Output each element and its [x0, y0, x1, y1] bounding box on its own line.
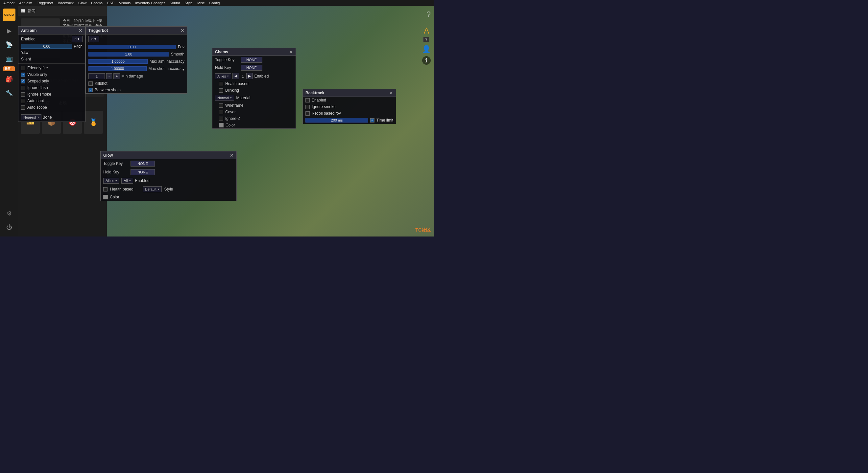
max-shot-label: Max shot inaccuracy — [149, 66, 184, 71]
auto-shot-checkbox[interactable] — [21, 99, 25, 103]
glow-toggle-key-btn[interactable]: NONE — [130, 161, 155, 167]
backtrack-recoil-fov-row[interactable]: Recoil based fov — [303, 110, 396, 116]
chams-blinking-row[interactable]: Blinking — [212, 87, 296, 94]
chams-cover-row[interactable]: Cover — [212, 109, 296, 115]
chams-blinking-checkbox[interactable] — [219, 88, 223, 93]
chams-hold-key-label: Hold Key — [215, 65, 238, 70]
glow-hold-key-btn[interactable]: NONE — [130, 169, 155, 175]
visible-only-checkbox[interactable] — [21, 73, 25, 77]
chams-wireframe-checkbox[interactable] — [219, 103, 223, 108]
menu-glow[interactable]: Glow — [76, 1, 88, 5]
antiaim-enabled-dropdown[interactable]: d ▾ — [72, 36, 83, 42]
backtrack-recoil-fov-checkbox[interactable] — [305, 111, 310, 115]
backtrack-enabled-checkbox[interactable] — [305, 98, 310, 102]
scoped-only-checkbox[interactable] — [21, 79, 25, 83]
menu-visuals[interactable]: Visuals — [117, 1, 132, 5]
visible-only-row[interactable]: Visible only — [19, 71, 85, 78]
scoped-only-row[interactable]: Scoped only — [19, 78, 85, 85]
auto-shot-row[interactable]: Auto shot — [19, 98, 85, 104]
glow-color-row[interactable]: Color — [101, 194, 237, 201]
smooth-row: 1.00 Smooth — [86, 50, 187, 58]
between-shots-checkbox[interactable] — [88, 88, 93, 92]
menu-triggerbot[interactable]: Triggerbot — [35, 1, 55, 5]
sidebar-workshop-icon[interactable]: 🔧 — [3, 87, 15, 99]
ignore-smoke-row[interactable]: Ignore smoke — [19, 91, 85, 98]
menu-misc[interactable]: Misc — [195, 1, 207, 5]
auto-scope-row[interactable]: Auto scope — [19, 104, 85, 111]
glow-default-dropdown[interactable]: Default ▾ — [143, 186, 162, 192]
chams-close[interactable]: ✕ — [289, 49, 293, 54]
menu-config[interactable]: Config — [208, 1, 222, 5]
chams-wireframe-row[interactable]: Wireframe — [212, 102, 296, 109]
chams-health-based-row[interactable]: Health based — [212, 80, 296, 87]
min-damage-minus[interactable]: - — [106, 73, 112, 79]
backtrack-close[interactable]: ✕ — [389, 91, 393, 95]
triggerbot-enabled-dropdown[interactable]: d ▾ — [88, 36, 99, 42]
killshot-row[interactable]: Killshot — [86, 80, 187, 87]
sidebar-inventory-icon[interactable]: 🎒 — [3, 73, 15, 85]
menu-inventory-changer[interactable]: Inventory Changer — [133, 1, 167, 5]
max-aim-slider[interactable]: 1.00000 — [88, 59, 148, 64]
glow-allies-dropdown[interactable]: Allies ▾ — [103, 178, 119, 183]
chams-nav-prev[interactable]: ◀ — [232, 73, 239, 79]
chams-cover-checkbox[interactable] — [219, 110, 223, 114]
glow-all-dropdown[interactable]: All ▾ — [121, 178, 133, 183]
fov-slider[interactable]: 0.00 — [88, 45, 176, 49]
chams-allies-dropdown[interactable]: Allies ▾ — [215, 73, 231, 79]
triggerbot-close[interactable]: ✕ — [181, 28, 184, 33]
glow-close[interactable]: ✕ — [230, 153, 234, 158]
silent-row: Silent — [19, 56, 85, 62]
pitch-slider[interactable]: 0.00 — [21, 44, 72, 48]
glow-health-based-checkbox[interactable] — [103, 187, 107, 192]
chams-hold-key-btn[interactable]: NONE — [241, 65, 262, 71]
sidebar-power-icon[interactable]: ⏻ — [3, 222, 15, 233]
min-damage-input[interactable]: 1 — [88, 73, 105, 79]
glow-color-swatch[interactable] — [103, 195, 108, 199]
chams-color-swatch[interactable] — [219, 123, 224, 128]
sidebar-settings-icon[interactable]: ⚙ — [3, 208, 15, 219]
friendly-fire-row[interactable]: Friendly fire — [19, 65, 85, 71]
menu-backtrack[interactable]: Backtrack — [56, 1, 75, 5]
ignore-flash-checkbox[interactable] — [21, 86, 25, 90]
chams-color-row[interactable]: Color — [212, 122, 296, 128]
backtrack-time-slider[interactable]: 200 ms — [305, 118, 368, 123]
friendly-fire-checkbox[interactable] — [21, 66, 25, 70]
sidebar-radio-icon[interactable]: 📡 — [3, 39, 15, 50]
backtrack-time-limit-checkbox[interactable] — [370, 118, 374, 123]
ignore-smoke-checkbox[interactable] — [21, 92, 25, 97]
chams-ignore-z-checkbox[interactable] — [219, 116, 223, 121]
topbar: 📰 新闻 — [18, 6, 107, 16]
min-damage-plus[interactable]: + — [114, 73, 120, 79]
chams-normal-dropdown[interactable]: Normal ▾ — [215, 95, 234, 101]
fov-value: 0.00 — [89, 45, 176, 49]
between-shots-row[interactable]: Between shots — [86, 87, 187, 93]
killshot-checkbox[interactable] — [88, 81, 93, 86]
chams-normal-label: Normal — [217, 96, 229, 100]
backtrack-panel: Backtrack ✕ Enabled Ignore smoke Recoil … — [303, 89, 396, 124]
backtrack-ignore-smoke-row[interactable]: Ignore smoke — [303, 103, 396, 110]
menu-esp[interactable]: ESP — [105, 1, 116, 5]
chams-nav-next[interactable]: ▶ — [246, 73, 253, 79]
sidebar-news-icon[interactable]: 📺 — [3, 53, 15, 64]
menu-style[interactable]: Style — [183, 1, 195, 5]
ignore-flash-row[interactable]: Ignore flash — [19, 85, 85, 91]
auto-scope-checkbox[interactable] — [21, 105, 25, 110]
menu-chams[interactable]: Chams — [89, 1, 104, 5]
backtrack-ignore-smoke-checkbox[interactable] — [305, 105, 310, 109]
between-shots-label: Between shots — [95, 88, 121, 92]
antiaim-close[interactable]: ✕ — [79, 28, 83, 33]
max-shot-slider[interactable]: 1.00000 — [88, 66, 147, 71]
nearest-dropdown[interactable]: Nearest ▾ — [21, 114, 41, 120]
backtrack-enabled-row[interactable]: Enabled — [303, 97, 396, 103]
glow-hold-key-row: Hold Key NONE — [101, 168, 237, 176]
chams-health-based-checkbox[interactable] — [219, 82, 223, 86]
nearest-arrow: ▾ — [37, 115, 39, 119]
chams-toggle-key-btn[interactable]: NONE — [241, 57, 262, 63]
menu-sound[interactable]: Sound — [168, 1, 182, 5]
sidebar-play-icon[interactable]: ▶ — [3, 25, 15, 37]
smooth-slider[interactable]: 1.00 — [88, 52, 169, 57]
chams-ignore-z-row[interactable]: Ignore-Z — [212, 115, 296, 122]
menubar: Aimbot Anti aim Triggerbot Backtrack Glo… — [0, 0, 434, 6]
menu-antiaim[interactable]: Anti aim — [17, 1, 34, 5]
menu-aimbot[interactable]: Aimbot — [1, 1, 17, 5]
